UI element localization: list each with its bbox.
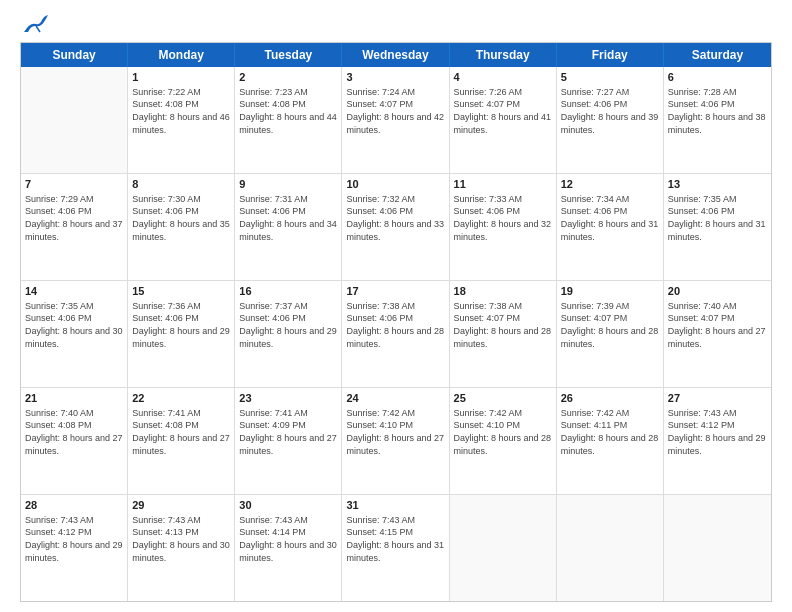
cell-info: Sunrise: 7:28 AM Sunset: 4:06 PM Dayligh… <box>668 86 767 136</box>
day-number: 23 <box>239 391 337 406</box>
day-number: 16 <box>239 284 337 299</box>
cal-cell-11: 11Sunrise: 7:33 AM Sunset: 4:06 PM Dayli… <box>450 174 557 280</box>
day-number: 3 <box>346 70 444 85</box>
weekday-header-monday: Monday <box>128 43 235 67</box>
cal-row-4: 28Sunrise: 7:43 AM Sunset: 4:12 PM Dayli… <box>21 495 771 601</box>
logo <box>20 16 48 32</box>
day-number: 2 <box>239 70 337 85</box>
cell-info: Sunrise: 7:40 AM Sunset: 4:08 PM Dayligh… <box>25 407 123 457</box>
day-number: 20 <box>668 284 767 299</box>
day-number: 29 <box>132 498 230 513</box>
day-number: 30 <box>239 498 337 513</box>
cal-cell-6: 6Sunrise: 7:28 AM Sunset: 4:06 PM Daylig… <box>664 67 771 173</box>
day-number: 26 <box>561 391 659 406</box>
cell-info: Sunrise: 7:41 AM Sunset: 4:08 PM Dayligh… <box>132 407 230 457</box>
weekday-header-saturday: Saturday <box>664 43 771 67</box>
cal-cell-empty-4-6 <box>664 495 771 601</box>
weekday-header-wednesday: Wednesday <box>342 43 449 67</box>
cal-cell-1: 1Sunrise: 7:22 AM Sunset: 4:08 PM Daylig… <box>128 67 235 173</box>
calendar-header: SundayMondayTuesdayWednesdayThursdayFrid… <box>21 43 771 67</box>
cal-cell-29: 29Sunrise: 7:43 AM Sunset: 4:13 PM Dayli… <box>128 495 235 601</box>
cell-info: Sunrise: 7:33 AM Sunset: 4:06 PM Dayligh… <box>454 193 552 243</box>
cell-info: Sunrise: 7:26 AM Sunset: 4:07 PM Dayligh… <box>454 86 552 136</box>
cell-info: Sunrise: 7:40 AM Sunset: 4:07 PM Dayligh… <box>668 300 767 350</box>
weekday-header-thursday: Thursday <box>450 43 557 67</box>
cal-cell-16: 16Sunrise: 7:37 AM Sunset: 4:06 PM Dayli… <box>235 281 342 387</box>
cell-info: Sunrise: 7:42 AM Sunset: 4:10 PM Dayligh… <box>454 407 552 457</box>
day-number: 10 <box>346 177 444 192</box>
cell-info: Sunrise: 7:37 AM Sunset: 4:06 PM Dayligh… <box>239 300 337 350</box>
cell-info: Sunrise: 7:38 AM Sunset: 4:06 PM Dayligh… <box>346 300 444 350</box>
logo-bird-icon <box>22 14 48 36</box>
cell-info: Sunrise: 7:30 AM Sunset: 4:06 PM Dayligh… <box>132 193 230 243</box>
day-number: 24 <box>346 391 444 406</box>
day-number: 5 <box>561 70 659 85</box>
header <box>20 16 772 32</box>
day-number: 31 <box>346 498 444 513</box>
cell-info: Sunrise: 7:36 AM Sunset: 4:06 PM Dayligh… <box>132 300 230 350</box>
day-number: 21 <box>25 391 123 406</box>
cal-cell-30: 30Sunrise: 7:43 AM Sunset: 4:14 PM Dayli… <box>235 495 342 601</box>
cell-info: Sunrise: 7:35 AM Sunset: 4:06 PM Dayligh… <box>668 193 767 243</box>
cal-cell-empty-0-0 <box>21 67 128 173</box>
cell-info: Sunrise: 7:38 AM Sunset: 4:07 PM Dayligh… <box>454 300 552 350</box>
day-number: 14 <box>25 284 123 299</box>
cell-info: Sunrise: 7:31 AM Sunset: 4:06 PM Dayligh… <box>239 193 337 243</box>
cell-info: Sunrise: 7:27 AM Sunset: 4:06 PM Dayligh… <box>561 86 659 136</box>
calendar: SundayMondayTuesdayWednesdayThursdayFrid… <box>20 42 772 602</box>
cal-cell-20: 20Sunrise: 7:40 AM Sunset: 4:07 PM Dayli… <box>664 281 771 387</box>
weekday-header-friday: Friday <box>557 43 664 67</box>
cell-info: Sunrise: 7:35 AM Sunset: 4:06 PM Dayligh… <box>25 300 123 350</box>
cal-cell-14: 14Sunrise: 7:35 AM Sunset: 4:06 PM Dayli… <box>21 281 128 387</box>
cal-cell-13: 13Sunrise: 7:35 AM Sunset: 4:06 PM Dayli… <box>664 174 771 280</box>
cal-cell-4: 4Sunrise: 7:26 AM Sunset: 4:07 PM Daylig… <box>450 67 557 173</box>
day-number: 6 <box>668 70 767 85</box>
calendar-body: 1Sunrise: 7:22 AM Sunset: 4:08 PM Daylig… <box>21 67 771 601</box>
day-number: 11 <box>454 177 552 192</box>
day-number: 13 <box>668 177 767 192</box>
day-number: 4 <box>454 70 552 85</box>
cal-cell-31: 31Sunrise: 7:43 AM Sunset: 4:15 PM Dayli… <box>342 495 449 601</box>
cal-cell-23: 23Sunrise: 7:41 AM Sunset: 4:09 PM Dayli… <box>235 388 342 494</box>
cal-row-2: 14Sunrise: 7:35 AM Sunset: 4:06 PM Dayli… <box>21 281 771 388</box>
cell-info: Sunrise: 7:23 AM Sunset: 4:08 PM Dayligh… <box>239 86 337 136</box>
cell-info: Sunrise: 7:34 AM Sunset: 4:06 PM Dayligh… <box>561 193 659 243</box>
page: SundayMondayTuesdayWednesdayThursdayFrid… <box>0 0 792 612</box>
cal-cell-9: 9Sunrise: 7:31 AM Sunset: 4:06 PM Daylig… <box>235 174 342 280</box>
cell-info: Sunrise: 7:39 AM Sunset: 4:07 PM Dayligh… <box>561 300 659 350</box>
cal-cell-25: 25Sunrise: 7:42 AM Sunset: 4:10 PM Dayli… <box>450 388 557 494</box>
cal-cell-10: 10Sunrise: 7:32 AM Sunset: 4:06 PM Dayli… <box>342 174 449 280</box>
cal-cell-26: 26Sunrise: 7:42 AM Sunset: 4:11 PM Dayli… <box>557 388 664 494</box>
cell-info: Sunrise: 7:24 AM Sunset: 4:07 PM Dayligh… <box>346 86 444 136</box>
cell-info: Sunrise: 7:22 AM Sunset: 4:08 PM Dayligh… <box>132 86 230 136</box>
cell-info: Sunrise: 7:43 AM Sunset: 4:14 PM Dayligh… <box>239 514 337 564</box>
day-number: 28 <box>25 498 123 513</box>
cal-cell-22: 22Sunrise: 7:41 AM Sunset: 4:08 PM Dayli… <box>128 388 235 494</box>
cal-cell-19: 19Sunrise: 7:39 AM Sunset: 4:07 PM Dayli… <box>557 281 664 387</box>
cal-cell-24: 24Sunrise: 7:42 AM Sunset: 4:10 PM Dayli… <box>342 388 449 494</box>
cal-cell-21: 21Sunrise: 7:40 AM Sunset: 4:08 PM Dayli… <box>21 388 128 494</box>
weekday-header-sunday: Sunday <box>21 43 128 67</box>
cal-cell-2: 2Sunrise: 7:23 AM Sunset: 4:08 PM Daylig… <box>235 67 342 173</box>
cal-cell-7: 7Sunrise: 7:29 AM Sunset: 4:06 PM Daylig… <box>21 174 128 280</box>
cal-cell-18: 18Sunrise: 7:38 AM Sunset: 4:07 PM Dayli… <box>450 281 557 387</box>
cell-info: Sunrise: 7:43 AM Sunset: 4:13 PM Dayligh… <box>132 514 230 564</box>
day-number: 19 <box>561 284 659 299</box>
cal-cell-17: 17Sunrise: 7:38 AM Sunset: 4:06 PM Dayli… <box>342 281 449 387</box>
cell-info: Sunrise: 7:32 AM Sunset: 4:06 PM Dayligh… <box>346 193 444 243</box>
cal-cell-3: 3Sunrise: 7:24 AM Sunset: 4:07 PM Daylig… <box>342 67 449 173</box>
cal-cell-empty-4-5 <box>557 495 664 601</box>
day-number: 17 <box>346 284 444 299</box>
cell-info: Sunrise: 7:42 AM Sunset: 4:10 PM Dayligh… <box>346 407 444 457</box>
cell-info: Sunrise: 7:42 AM Sunset: 4:11 PM Dayligh… <box>561 407 659 457</box>
day-number: 25 <box>454 391 552 406</box>
day-number: 18 <box>454 284 552 299</box>
cal-cell-15: 15Sunrise: 7:36 AM Sunset: 4:06 PM Dayli… <box>128 281 235 387</box>
cal-cell-5: 5Sunrise: 7:27 AM Sunset: 4:06 PM Daylig… <box>557 67 664 173</box>
cell-info: Sunrise: 7:41 AM Sunset: 4:09 PM Dayligh… <box>239 407 337 457</box>
day-number: 1 <box>132 70 230 85</box>
day-number: 22 <box>132 391 230 406</box>
cell-info: Sunrise: 7:43 AM Sunset: 4:15 PM Dayligh… <box>346 514 444 564</box>
cal-row-3: 21Sunrise: 7:40 AM Sunset: 4:08 PM Dayli… <box>21 388 771 495</box>
cell-info: Sunrise: 7:43 AM Sunset: 4:12 PM Dayligh… <box>668 407 767 457</box>
